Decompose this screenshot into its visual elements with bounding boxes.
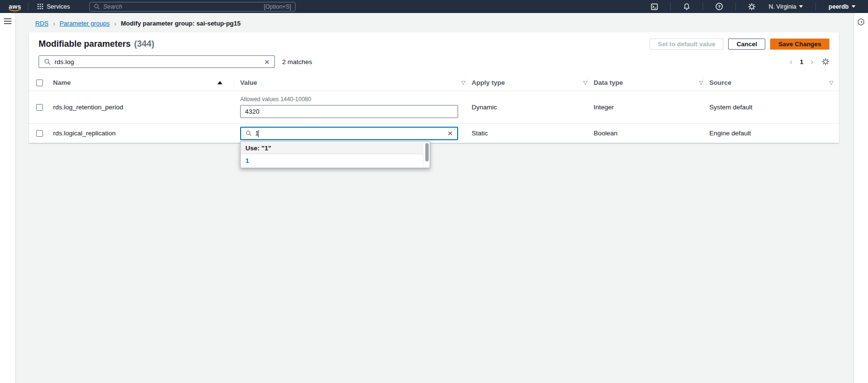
- breadcrumb-rds-link[interactable]: RDS: [35, 20, 48, 27]
- filter-dropdown-icon[interactable]: ▽: [699, 79, 703, 86]
- parameter-name: rds.log_retention_period: [53, 104, 123, 111]
- source-value: Engine default: [709, 130, 751, 137]
- row-checkbox-cell: [29, 124, 50, 143]
- table-row: rds.logical_replication ×: [29, 124, 839, 143]
- aws-smile-icon: [9, 9, 21, 12]
- name-column-label: Name: [53, 79, 71, 86]
- nav-divider: [28, 3, 28, 11]
- sort-ascending-icon[interactable]: [217, 81, 222, 84]
- data-type-value: Integer: [594, 104, 614, 111]
- search-icon: [44, 58, 51, 65]
- filter-row: × 2 matches ‹ 1 ›: [29, 54, 839, 75]
- cancel-button[interactable]: Cancel: [728, 39, 765, 50]
- current-page-number[interactable]: 1: [800, 58, 803, 66]
- column-header-apply-type: Apply type ▽: [465, 75, 587, 91]
- filter-dropdown-icon[interactable]: ▽: [829, 79, 833, 86]
- gear-icon: [822, 58, 829, 66]
- region-label: N. Virginia: [769, 3, 796, 10]
- settings-button[interactable]: [742, 0, 762, 13]
- filter-dropdown-icon[interactable]: ▽: [461, 79, 465, 86]
- row-checkbox[interactable]: [36, 104, 43, 111]
- clear-value-icon[interactable]: ×: [448, 129, 453, 138]
- nav-divider: [703, 3, 703, 11]
- text-caret: [258, 130, 258, 137]
- source-cell: System default: [703, 91, 839, 123]
- value-column-label: Value: [240, 79, 257, 86]
- save-changes-button[interactable]: Save Changes: [770, 39, 829, 50]
- source-value: System default: [709, 104, 752, 111]
- row-checkbox-cell: [29, 91, 50, 123]
- chevron-down-icon: [799, 5, 803, 8]
- table-row: rds.log_retention_period Allowed values …: [29, 91, 839, 124]
- side-navigation-rail: [0, 13, 16, 383]
- main-content: RDS › Parameter groups › Modify paramete…: [16, 13, 853, 383]
- row-checkbox[interactable]: [36, 130, 43, 137]
- card-header: Modifiable parameters (344) Set to defau…: [29, 32, 839, 54]
- chevron-down-icon: [852, 5, 855, 8]
- breadcrumb-parameter-groups-link[interactable]: Parameter groups: [59, 20, 109, 27]
- set-to-default-button[interactable]: Set to default value: [650, 39, 723, 50]
- dropdown-scrollbar: [425, 143, 429, 166]
- retention-period-value-input[interactable]: [240, 105, 458, 118]
- parameter-filter-box[interactable]: ×: [39, 55, 275, 68]
- region-selector[interactable]: N. Virginia: [762, 3, 810, 10]
- cloudshell-button[interactable]: [644, 0, 665, 13]
- apply-type-cell: Dynamic: [465, 91, 587, 123]
- parameter-filter-input[interactable]: [54, 58, 260, 66]
- table-preferences-button[interactable]: [822, 58, 829, 66]
- allowed-values-hint: Allowed values 1440-10080: [240, 96, 465, 103]
- value-autosuggest-input[interactable]: [255, 130, 444, 137]
- notifications-button[interactable]: [677, 0, 697, 13]
- value-autosuggest-box[interactable]: ×: [240, 127, 458, 140]
- search-icon: [245, 130, 252, 136]
- clear-filter-icon[interactable]: ×: [264, 57, 270, 66]
- parameter-name-cell: rds.logical_replication: [50, 124, 234, 143]
- column-header-name[interactable]: Name: [50, 79, 234, 86]
- account-menu[interactable]: peerdb: [822, 3, 862, 10]
- shortcuts-panel-button[interactable]: [857, 18, 865, 26]
- chevron-right-icon: ›: [53, 20, 55, 27]
- console-search-input[interactable]: [103, 3, 260, 10]
- apply-type-column-label: Apply type: [472, 79, 505, 86]
- parameters-table: Name Value ▽ Apply type ▽ Data type ▽: [29, 75, 839, 143]
- match-count-label: 2 matches: [282, 58, 312, 66]
- chevron-right-icon: ›: [114, 20, 117, 27]
- autosuggest-options: Use: "1" 1: [241, 142, 423, 167]
- parameter-name-cell: rds.log_retention_period: [50, 91, 234, 123]
- table-header-row: Name Value ▽ Apply type ▽ Data type ▽: [29, 75, 839, 91]
- breadcrumb: RDS › Parameter groups › Modify paramete…: [16, 13, 853, 27]
- select-all-checkbox[interactable]: [36, 79, 43, 86]
- pagination: ‹ 1 ›: [789, 57, 829, 66]
- apply-type-value: Dynamic: [472, 104, 497, 111]
- scrollbar-thumb[interactable]: [425, 143, 429, 161]
- filter-dropdown-icon[interactable]: ▽: [583, 79, 587, 86]
- search-icon: [94, 3, 100, 10]
- nav-divider: [670, 3, 671, 11]
- source-column-label: Source: [709, 79, 732, 86]
- parameter-value-cell: Allowed values 1440-10080: [234, 91, 465, 123]
- aws-console-header: aws Services [Option+S]: [0, 0, 868, 13]
- suggested-option-1[interactable]: 1: [241, 154, 423, 167]
- page-title: Modifiable parameters: [39, 39, 131, 49]
- modifiable-parameters-card: Modifiable parameters (344) Set to defau…: [29, 32, 839, 143]
- previous-page-icon[interactable]: ‹: [789, 57, 792, 66]
- help-button[interactable]: ?: [709, 0, 730, 13]
- open-menu-button[interactable]: [4, 18, 12, 24]
- cloudshell-icon: [651, 3, 658, 11]
- column-header-source: Source ▽: [703, 75, 839, 91]
- parameter-name: rds.logical_replication: [53, 130, 116, 137]
- data-type-cell: Boolean: [587, 124, 703, 143]
- column-header-data-type: Data type ▽: [587, 75, 703, 91]
- console-body: RDS › Parameter groups › Modify paramete…: [0, 13, 868, 383]
- hexagon-dot-icon: [857, 18, 865, 26]
- data-type-column-label: Data type: [594, 79, 623, 86]
- header-utilities: ? N. Virginia peerdb: [644, 0, 868, 13]
- svg-text:?: ?: [718, 4, 721, 9]
- services-menu-button[interactable]: Services: [34, 0, 73, 13]
- next-page-icon[interactable]: ›: [811, 57, 814, 66]
- use-entered-value-option[interactable]: Use: "1": [241, 142, 423, 154]
- search-shortcut-hint: [Option+S]: [264, 3, 291, 10]
- console-search-box[interactable]: [Option+S]: [89, 2, 296, 12]
- aws-logo[interactable]: aws: [8, 3, 22, 10]
- apply-type-cell: Static: [465, 124, 587, 143]
